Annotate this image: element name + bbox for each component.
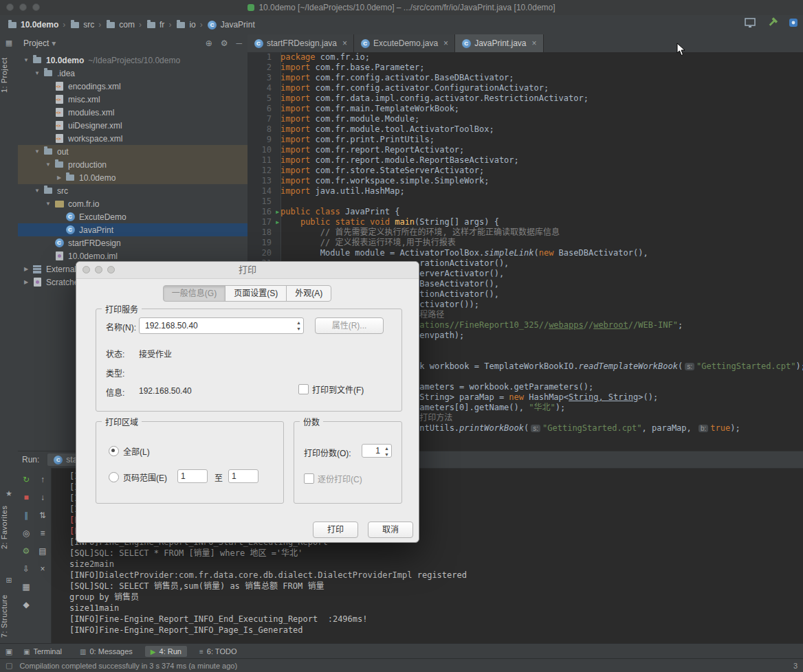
tree-item[interactable]: CstartFRDesign bbox=[18, 236, 248, 249]
print-dialog-tab[interactable]: 页面设置(S) bbox=[225, 285, 287, 302]
editor-tab[interactable]: CJavaPrint.java× bbox=[455, 34, 543, 52]
code-line: 20 Module module = ActivatorToolBox.simp… bbox=[248, 248, 803, 258]
stop-icon[interactable]: ■ bbox=[21, 493, 32, 503]
line-number: 2 bbox=[248, 63, 280, 73]
presentation-icon[interactable] bbox=[744, 17, 756, 28]
gear-icon[interactable]: ⚙ bbox=[221, 38, 228, 48]
tree-item[interactable]: workspace.xml bbox=[18, 132, 248, 145]
close-tab-icon[interactable]: × bbox=[443, 38, 448, 48]
run-line-icon[interactable]: ▶ bbox=[276, 207, 279, 217]
print-dialog-tab[interactable]: 外观(A) bbox=[286, 285, 331, 302]
breadcrumb-item[interactable]: CJavaPrint bbox=[207, 19, 255, 30]
tree-chevron-icon[interactable]: ▼ bbox=[44, 161, 52, 168]
bottom-tab[interactable]: ≡6: TODO bbox=[194, 646, 242, 657]
code-line-text: import com.fr.config.activator.Configura… bbox=[280, 83, 549, 93]
breadcrumb-item[interactable]: fr bbox=[146, 19, 164, 30]
build-hammer-icon[interactable] bbox=[766, 17, 778, 28]
cancel-button[interactable]: 取消 bbox=[368, 522, 413, 538]
tree-chevron-icon[interactable]: ▶ bbox=[22, 266, 30, 272]
tree-chevron-icon[interactable]: ▼ bbox=[22, 57, 30, 63]
page-from-field[interactable]: 1 bbox=[177, 469, 208, 483]
tree-chevron-icon[interactable]: ▼ bbox=[44, 201, 52, 207]
tree-item[interactable]: ▼out bbox=[18, 145, 248, 158]
range-all-radio[interactable]: 全部(L) bbox=[109, 445, 150, 457]
dialog-minimize-button[interactable] bbox=[95, 266, 102, 273]
editor-tab[interactable]: CExcuteDemo.java× bbox=[354, 34, 455, 52]
breadcrumb-item[interactable]: 10.0demo bbox=[7, 19, 58, 30]
pin-tab-icon[interactable]: ◆ bbox=[21, 600, 32, 610]
layout-icon[interactable]: ▦ bbox=[21, 582, 32, 592]
run-line-icon[interactable]: ▶ bbox=[276, 217, 279, 227]
copies-stepper[interactable]: 1 ▲▼ bbox=[362, 444, 392, 458]
tree-chevron-icon[interactable]: ▶ bbox=[22, 279, 30, 285]
tree-item-label: .idea bbox=[57, 69, 75, 78]
tree-item[interactable]: ▼src bbox=[18, 184, 248, 197]
tree-item[interactable]: modules.xml bbox=[18, 106, 248, 119]
printer-status-value: 接受作业 bbox=[139, 348, 172, 359]
print-console-icon[interactable]: ▤ bbox=[37, 546, 49, 557]
breadcrumb-item[interactable]: com bbox=[105, 19, 135, 30]
breadcrumb-item[interactable]: io bbox=[175, 19, 195, 30]
rerun-icon[interactable]: ↻ bbox=[21, 475, 32, 485]
line-number: 20 bbox=[248, 248, 280, 258]
range-pages-radio[interactable]: 页码范围(E) bbox=[109, 471, 167, 483]
print-dialog-tab[interactable]: 一般信息(G) bbox=[163, 285, 226, 302]
stepper-arrows-icon[interactable]: ▲▼ bbox=[384, 445, 389, 458]
tree-item-label: production bbox=[68, 160, 107, 170]
hide-panel-icon[interactable]: ─ bbox=[236, 38, 242, 48]
tree-item[interactable]: uiDesigner.xml bbox=[18, 119, 248, 132]
titlebar: 10.0demo [~/IdeaProjects/10.0demo] – ...… bbox=[0, 0, 803, 16]
bottom-tab[interactable]: ▥0: Messages bbox=[74, 646, 138, 657]
pause-output-icon[interactable]: ∥ bbox=[21, 511, 32, 521]
breadcrumb-item[interactable]: src bbox=[69, 19, 94, 30]
tool-stripe-favorites[interactable]: 2: Favorites bbox=[0, 502, 18, 552]
locate-file-icon[interactable]: ⊕ bbox=[206, 38, 212, 48]
tree-chevron-icon[interactable]: ▼ bbox=[33, 188, 41, 194]
dump-threads-icon[interactable]: ⇩ bbox=[21, 564, 32, 574]
navigation-bar: 10.0demo›src›com›fr›io›CJavaPrint bbox=[0, 15, 803, 35]
printer-name-select[interactable]: 192.168.50.40 ▲▼ bbox=[139, 317, 304, 334]
clear-console-icon[interactable]: × bbox=[37, 564, 49, 574]
page-to-field[interactable]: 1 bbox=[228, 469, 258, 483]
tree-item[interactable]: misc.xml bbox=[18, 93, 248, 106]
screenshot-icon[interactable]: ◎ bbox=[21, 528, 32, 539]
editor-tab[interactable]: CstartFRDesign.java× bbox=[248, 34, 354, 52]
copies-label: 打印份数(O): bbox=[304, 447, 351, 458]
tool-stripe-structure[interactable]: 7: Structure bbox=[0, 587, 18, 646]
print-to-file-checkbox[interactable]: 打印到文件(F) bbox=[298, 383, 364, 395]
dialog-zoom-button[interactable] bbox=[107, 266, 115, 273]
tree-item[interactable]: ▼10.0demo~/IdeaProjects/10.0demo bbox=[18, 54, 248, 67]
up-stack-trace-icon[interactable]: ↑ bbox=[37, 475, 49, 485]
tree-chevron-icon[interactable]: ▼ bbox=[33, 70, 41, 76]
scroll-to-end-icon[interactable]: ⇅ bbox=[37, 511, 49, 521]
project-view-selector[interactable]: Project▾ bbox=[23, 38, 56, 48]
soft-wrap-icon[interactable]: ≡ bbox=[37, 528, 49, 539]
tree-item[interactable]: ▶10.0demo bbox=[18, 171, 248, 184]
code-line: 1package com.fr.io; bbox=[248, 52, 803, 63]
caret-position[interactable]: 3 bbox=[793, 662, 798, 670]
ide-settings-icon[interactable] bbox=[788, 17, 799, 28]
tree-item[interactable]: CExcuteDemo bbox=[18, 210, 248, 223]
bottom-tab[interactable]: ▶4: Run bbox=[145, 646, 187, 657]
print-button[interactable]: 打印 bbox=[313, 522, 358, 538]
dialog-close-button[interactable] bbox=[82, 266, 90, 273]
down-stack-trace-icon[interactable]: ↓ bbox=[37, 493, 49, 503]
tree-chevron-icon[interactable]: ▶ bbox=[55, 175, 63, 181]
tree-item-label: 10.0demo.iml bbox=[68, 251, 118, 261]
tree-item[interactable]: ▼production bbox=[18, 158, 248, 171]
run-settings-icon[interactable]: ⚙ bbox=[21, 546, 32, 557]
structure-stripe-icon: ⊞ bbox=[0, 576, 18, 585]
background-tasks-icon[interactable]: ▢ bbox=[6, 661, 12, 670]
bottom-tab[interactable]: ▣Terminal bbox=[18, 646, 67, 657]
tree-item[interactable]: encodings.xml bbox=[18, 80, 248, 93]
combo-arrows-icon[interactable]: ▲▼ bbox=[296, 320, 301, 332]
tree-item[interactable]: CJavaPrint bbox=[18, 223, 248, 236]
close-tab-icon[interactable]: × bbox=[532, 38, 537, 48]
project-folder-icon bbox=[7, 19, 18, 30]
close-tab-icon[interactable]: × bbox=[342, 38, 347, 48]
tree-item[interactable]: ▼.idea bbox=[18, 67, 248, 80]
tool-stripe-project[interactable]: 1: Project bbox=[0, 52, 18, 98]
tree-item[interactable]: ▼com.fr.io bbox=[18, 197, 248, 210]
tree-chevron-icon[interactable]: ▼ bbox=[33, 148, 41, 155]
window-switcher-icon[interactable]: ▣ bbox=[0, 647, 18, 656]
